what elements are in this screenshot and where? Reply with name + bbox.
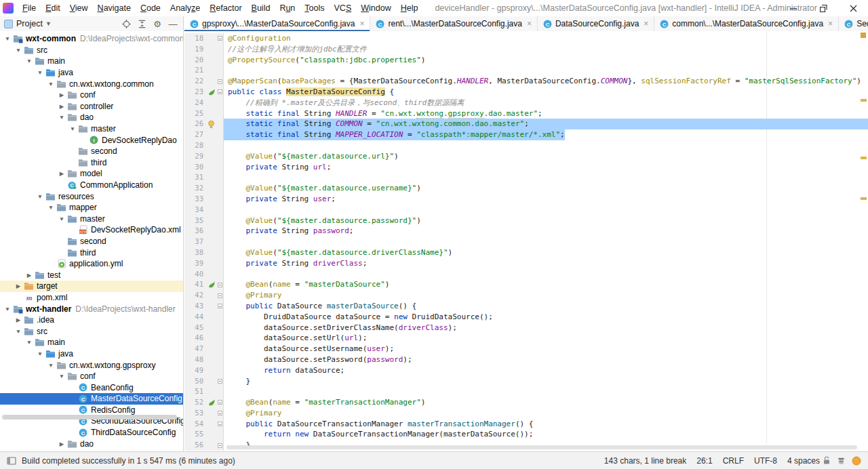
code-line[interactable]: 25 static final String HANDLER = "cn.wxt… [184, 108, 868, 119]
hide-panel-icon[interactable]: — [168, 19, 178, 28]
tree-row[interactable]: IDevSocketReplyDao [0, 134, 183, 146]
line-number[interactable]: 25 [184, 108, 206, 119]
editor-tab[interactable]: CDataSourceConfig.java× [538, 16, 654, 31]
expanded-arrow-icon[interactable]: ▼ [57, 373, 66, 380]
hector-inspector-icon[interactable] [837, 456, 846, 465]
expanded-arrow-icon[interactable]: ▼ [14, 328, 23, 335]
code-line[interactable]: 46 dataSource.setUrl(url); [184, 333, 868, 344]
line-number[interactable]: 44 [184, 312, 206, 323]
line-number[interactable]: 54 [184, 419, 206, 430]
code-line[interactable]: 52 @Bean(name = "masterTransactionManage… [184, 397, 868, 408]
tree-row[interactable]: ▼resources [0, 190, 183, 202]
line-number[interactable]: 23 [184, 87, 206, 98]
project-horizontal-scrollbar[interactable] [2, 415, 177, 420]
line-number[interactable]: 24 [184, 98, 206, 108]
chevron-down-icon[interactable]: ▼ [45, 20, 52, 27]
code-line[interactable]: 42 @Primary [184, 290, 868, 301]
code-editor[interactable]: 18@Configuration19//这个注解导入刚才增加的jdbc配置文件2… [184, 31, 868, 451]
line-number[interactable]: 47 [184, 344, 206, 354]
fold-marker-icon[interactable] [218, 304, 222, 308]
menu-window[interactable]: Window [356, 0, 395, 16]
project-tree[interactable]: ▼wxt-commonD:\IdeaProjects\wxt-common▼sr… [0, 31, 184, 451]
tree-row[interactable]: ▶model [0, 168, 183, 180]
line-number[interactable]: 30 [184, 162, 206, 173]
menu-run[interactable]: Run [275, 0, 300, 16]
tab-close-icon[interactable]: × [359, 20, 364, 28]
menu-file[interactable]: File [18, 0, 41, 16]
tree-row[interactable]: ▼mapper [0, 202, 183, 213]
line-number[interactable]: 51 [184, 386, 206, 397]
line-number[interactable]: 31 [184, 172, 206, 183]
tree-row[interactable]: ▼cn.wxt.wxtong.common [0, 78, 183, 89]
line-number[interactable]: 42 [184, 290, 206, 301]
tree-row[interactable]: ▶controller [0, 101, 183, 113]
spring-bean-icon[interactable] [208, 399, 216, 407]
menu-refactor[interactable]: Refactor [205, 0, 246, 16]
menu-view[interactable]: View [65, 0, 93, 16]
editor-tab[interactable]: Cgpsproxy\...\MasterDataSourceConfig.jav… [184, 16, 370, 31]
collapse-all-icon[interactable] [137, 19, 146, 28]
restore-button[interactable] [808, 0, 838, 16]
tree-row[interactable]: ▶test [0, 269, 183, 281]
code-line[interactable]: 22@MapperScan(basePackages = {MasterData… [184, 76, 868, 87]
tree-row[interactable]: ▼wxt-commonD:\IdeaProjects\wxt-common [0, 33, 183, 45]
expanded-arrow-icon[interactable]: ▼ [35, 69, 45, 76]
line-number[interactable]: 27 [184, 129, 206, 140]
expanded-arrow-icon[interactable]: ▼ [35, 193, 45, 200]
line-number[interactable]: 49 [184, 365, 206, 376]
code-line[interactable]: 35 @Value("${master.datasource.password}… [184, 216, 868, 226]
tree-row[interactable]: ▼master [0, 213, 183, 225]
lightbulb-icon[interactable] [208, 120, 215, 129]
line-number[interactable]: 56 [184, 440, 206, 451]
code-line[interactable]: 28 [184, 140, 868, 151]
expanded-arrow-icon[interactable]: ▼ [14, 47, 23, 54]
code-line[interactable]: 38 @Value("${master.datasource.driverCla… [184, 247, 868, 258]
menu-help[interactable]: Help [396, 0, 423, 16]
line-number[interactable]: 39 [184, 258, 206, 269]
line-number[interactable]: 37 [184, 237, 206, 247]
line-number[interactable]: 26 [184, 119, 206, 129]
expanded-arrow-icon[interactable]: ▼ [46, 204, 56, 211]
file-encoding[interactable]: UTF-8 [754, 456, 777, 466]
code-line[interactable]: 44 DruidDataSource dataSource = new Drui… [184, 312, 868, 323]
expanded-arrow-icon[interactable]: ▼ [35, 350, 45, 357]
indent-info[interactable]: 4 spaces [787, 456, 820, 466]
code-line[interactable]: 49 return dataSource; [184, 365, 868, 376]
tree-row[interactable]: CBeanConfig [0, 382, 183, 393]
tree-row[interactable]: second [0, 236, 183, 247]
collapsed-arrow-icon[interactable]: ▶ [57, 170, 66, 177]
collapsed-arrow-icon[interactable]: ▶ [57, 103, 66, 110]
tree-row[interactable]: CMasterDataSourceConfig [0, 393, 183, 405]
line-number[interactable]: 38 [184, 247, 206, 258]
spring-bean-icon[interactable] [208, 281, 216, 289]
editor-tab[interactable]: CSecondDataSource [839, 16, 868, 31]
line-number[interactable]: 22 [184, 76, 206, 87]
expanded-arrow-icon[interactable]: ▼ [57, 114, 66, 121]
unlock-icon[interactable] [823, 456, 831, 465]
expanded-arrow-icon[interactable]: ▼ [57, 216, 66, 222]
warning-stripe-mark[interactable] [861, 99, 867, 102]
expanded-arrow-icon[interactable]: ▼ [46, 81, 56, 87]
menu-analyze[interactable]: Analyze [165, 0, 205, 16]
code-line[interactable]: 33 private String user; [184, 194, 868, 205]
notification-icon[interactable] [852, 456, 861, 466]
line-number[interactable]: 45 [184, 323, 206, 333]
line-number[interactable]: 35 [184, 216, 206, 226]
tree-row[interactable]: ▼conf [0, 371, 183, 382]
menu-vcs[interactable]: VCS [330, 0, 357, 16]
line-number[interactable]: 55 [184, 429, 206, 440]
tree-row[interactable]: ▶.idea [0, 314, 183, 326]
tree-row[interactable]: ▼main [0, 56, 183, 67]
code-line[interactable]: 34 [184, 205, 868, 216]
fold-marker-icon[interactable] [218, 379, 222, 384]
expanded-arrow-icon[interactable]: ▼ [3, 306, 12, 312]
code-line[interactable]: 27 static final String MAPPER_LOCATION =… [184, 129, 868, 140]
line-number[interactable]: 46 [184, 333, 206, 344]
fold-marker-icon[interactable] [218, 443, 222, 448]
line-number[interactable]: 36 [184, 226, 206, 237]
line-number[interactable]: 20 [184, 55, 206, 66]
project-panel-title[interactable]: Project [16, 19, 43, 28]
collapsed-arrow-icon[interactable]: ▶ [14, 317, 23, 323]
collapsed-arrow-icon[interactable]: ▶ [24, 272, 34, 279]
code-line[interactable]: 53 @Primary [184, 408, 868, 419]
